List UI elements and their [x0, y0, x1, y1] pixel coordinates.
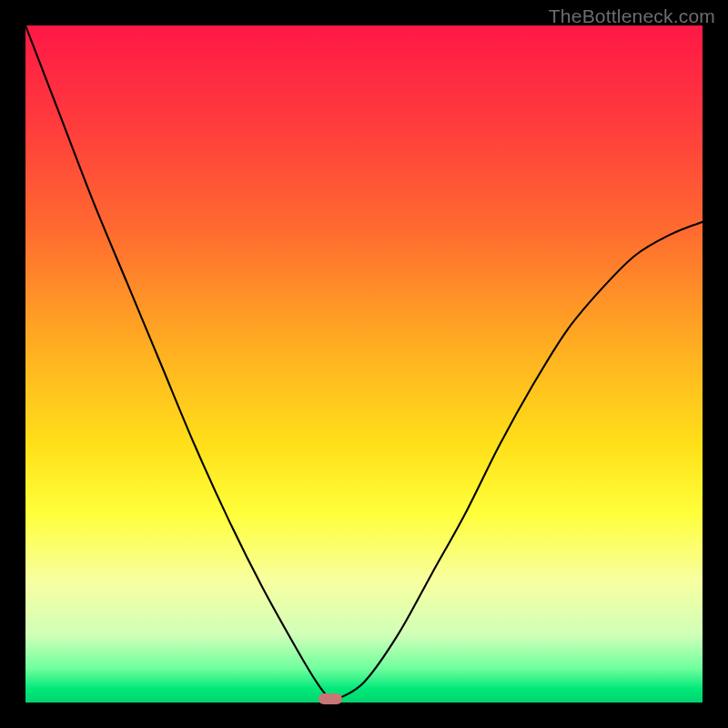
curve-svg [25, 25, 703, 703]
watermark-text: TheBottleneck.com [549, 5, 715, 27]
chart-container: TheBottleneck.com [0, 0, 728, 728]
plot-area [25, 25, 703, 703]
bottleneck-curve [25, 25, 703, 702]
optimum-marker [318, 693, 342, 704]
